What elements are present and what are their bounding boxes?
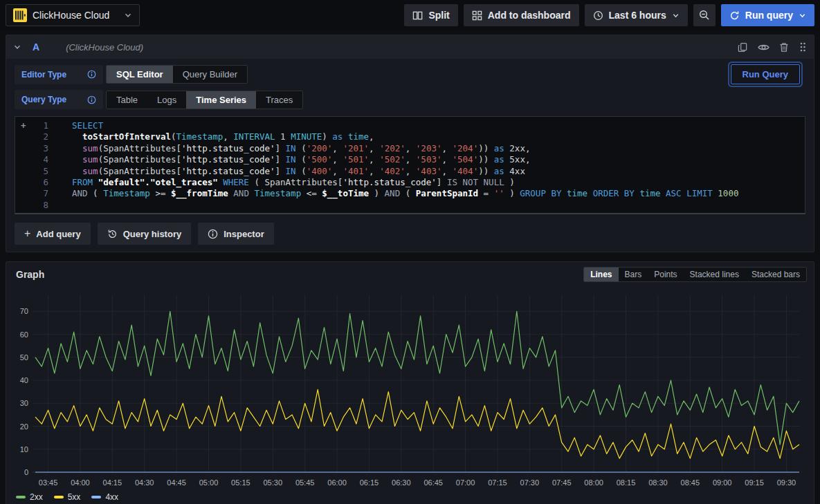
x-axis-label: 06:15 xyxy=(360,478,379,487)
query-type-option-traces[interactable]: Traces xyxy=(256,91,302,109)
x-axis-label: 07:15 xyxy=(488,478,507,487)
inspector-button[interactable]: Inspector xyxy=(198,223,274,245)
editor-type-option-sql-editor[interactable]: SQL Editor xyxy=(107,66,173,83)
y-axis-label: 20 xyxy=(20,422,28,431)
y-axis-label: 10 xyxy=(20,445,28,454)
sql-line-3[interactable]: 3 sum(SpanAttributes['http.status_code']… xyxy=(15,143,805,154)
x-axis-label: 08:45 xyxy=(681,478,700,487)
query-row-header: A (ClickHouse Cloud) xyxy=(6,35,814,59)
split-icon xyxy=(412,10,423,21)
x-axis-label: 05:15 xyxy=(231,478,250,487)
x-axis-label: 07:30 xyxy=(520,478,540,487)
x-axis-label: 07:45 xyxy=(552,478,572,487)
y-axis-label: 40 xyxy=(20,376,28,384)
x-axis-label: 07:00 xyxy=(456,478,475,487)
line-number: 2 xyxy=(43,131,48,142)
legend-swatch-4xx xyxy=(91,496,101,498)
line-number: 4 xyxy=(43,154,48,165)
line-number: 8 xyxy=(43,200,48,211)
duplicate-query-icon[interactable] xyxy=(738,42,748,53)
display-mode-option-stacked-bars[interactable]: Stacked bars xyxy=(745,268,806,281)
chevron-down-icon xyxy=(124,11,132,19)
y-axis-label: 50 xyxy=(20,353,28,362)
dashboard-grid-icon xyxy=(472,10,482,21)
query-history-button[interactable]: Query history xyxy=(98,223,192,245)
display-mode-option-stacked-lines[interactable]: Stacked lines xyxy=(684,268,745,281)
add-query-button[interactable]: + Add query xyxy=(15,223,91,245)
info-icon xyxy=(87,70,96,79)
hide-query-eye-icon[interactable] xyxy=(758,42,769,53)
display-mode-option-bars[interactable]: Bars xyxy=(619,268,648,281)
split-button[interactable]: Split xyxy=(404,4,457,26)
legend-item-5xx[interactable]: 5xx xyxy=(54,492,81,502)
add-to-dashboard-button[interactable]: Add to dashboard xyxy=(464,4,579,26)
display-mode-toggle: LinesBarsPointsStacked linesStacked bars xyxy=(583,267,807,282)
sql-line-7[interactable]: 7AND ( Timestamp >= $__fromTime AND Time… xyxy=(15,188,805,199)
graph-svg[interactable]: 01020304050607003:4504:0004:1504:3004:45… xyxy=(10,287,806,492)
y-axis-label: 30 xyxy=(20,399,28,407)
datasource-label: ClickHouse Cloud xyxy=(33,10,109,21)
clickhouse-logo-icon xyxy=(13,8,27,22)
legend-label: 2xx xyxy=(30,492,43,502)
sql-line-6[interactable]: 6FROM "default"."otel_traces" WHERE ( Sp… xyxy=(15,177,805,188)
graph-panel: Graph LinesBarsPointsStacked linesStacke… xyxy=(6,261,814,504)
x-axis-label: 08:30 xyxy=(648,478,668,487)
query-ref-id[interactable]: A xyxy=(33,41,39,53)
sync-icon xyxy=(729,10,740,21)
legend-swatch-2xx xyxy=(16,496,26,498)
query-type-row: Query Type TableLogsTime SeriesTraces xyxy=(6,90,814,109)
chevron-down-icon xyxy=(672,12,680,19)
sql-line-1[interactable]: +1SELECT xyxy=(15,120,805,131)
line-number: 3 xyxy=(43,143,48,154)
datasource-picker[interactable]: ClickHouse Cloud xyxy=(6,4,140,26)
sql-code-lines: +1SELECT2 toStartOfInterval(Timestamp, I… xyxy=(15,120,805,200)
collapse-chevron-icon[interactable] xyxy=(13,43,21,51)
query-datasource-hint: (ClickHouse Cloud) xyxy=(66,42,143,53)
legend-item-4xx[interactable]: 4xx xyxy=(91,492,118,502)
series-line-2xx xyxy=(35,311,799,445)
run-query-button[interactable]: Run query xyxy=(721,4,814,26)
y-axis-label: 70 xyxy=(20,307,28,315)
sql-line-4[interactable]: 4 sum(SpanAttributes['http.status_code']… xyxy=(15,154,805,165)
time-range-picker[interactable]: Last 6 hours xyxy=(585,4,688,26)
editor-type-toggle: SQL EditorQuery Builder xyxy=(106,65,248,84)
y-axis-label: 60 xyxy=(20,330,28,339)
zoom-out-icon xyxy=(699,10,710,21)
x-axis-label: 09:00 xyxy=(713,478,732,487)
editor-type-option-query-builder[interactable]: Query Builder xyxy=(173,66,247,83)
run-query-secondary-button[interactable]: Run Query xyxy=(731,64,800,84)
query-type-option-time-series[interactable]: Time Series xyxy=(186,91,256,109)
x-axis-label: 09:15 xyxy=(745,478,764,487)
sql-line-2[interactable]: 2 toStartOfInterval(Timestamp, INTERVAL … xyxy=(15,131,805,142)
zoom-out-button[interactable] xyxy=(693,4,716,26)
line-number: 5 xyxy=(43,166,48,177)
delete-query-trash-icon[interactable] xyxy=(779,42,789,53)
x-axis-label: 06:30 xyxy=(392,478,411,487)
legend-swatch-5xx xyxy=(54,496,64,498)
history-icon xyxy=(107,229,118,239)
legend-item-2xx[interactable]: 2xx xyxy=(16,492,43,502)
editor-type-row: Editor Type SQL EditorQuery Builder Run … xyxy=(6,64,814,84)
display-mode-option-points[interactable]: Points xyxy=(648,268,683,281)
legend-label: 4xx xyxy=(105,492,118,502)
editor-type-label: Editor Type xyxy=(15,65,103,84)
x-axis-label: 08:00 xyxy=(584,478,603,487)
sql-line-5[interactable]: 5 sum(SpanAttributes['http.status_code']… xyxy=(15,166,805,177)
x-axis-label: 06:45 xyxy=(423,478,443,487)
line-number: 1 xyxy=(43,120,48,131)
sql-editor[interactable]: +1SELECT2 toStartOfInterval(Timestamp, I… xyxy=(15,116,805,214)
x-axis-label: 04:00 xyxy=(71,478,90,487)
series-line-5xx xyxy=(35,389,799,458)
info-icon xyxy=(208,229,218,239)
query-footer: + Add query Query history Inspector xyxy=(15,223,805,245)
query-type-option-logs[interactable]: Logs xyxy=(147,91,186,109)
topbar: ClickHouse Cloud Split Add to dashboard … xyxy=(0,0,820,30)
x-axis-label: 04:30 xyxy=(135,478,154,487)
display-mode-option-lines[interactable]: Lines xyxy=(584,268,618,281)
add-line-icon[interactable]: + xyxy=(21,120,26,131)
line-number: 6 xyxy=(43,177,48,188)
drag-handle-icon[interactable] xyxy=(799,41,807,53)
x-axis-label: 05:00 xyxy=(199,478,219,487)
query-type-option-table[interactable]: Table xyxy=(107,91,147,109)
x-axis-label: 09:30 xyxy=(777,478,796,487)
